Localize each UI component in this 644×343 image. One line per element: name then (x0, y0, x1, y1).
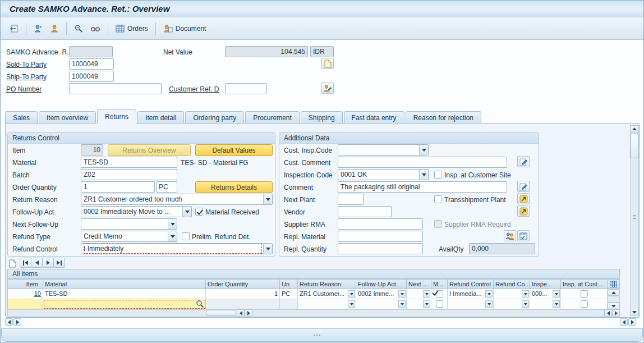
column-header-material[interactable]: Material (43, 279, 206, 289)
next-follow-up-dropdown[interactable] (81, 218, 177, 230)
prelim-refund-checkbox[interactable] (182, 232, 190, 240)
chevron-down-icon[interactable] (522, 300, 529, 308)
table-scroll-down-button[interactable] (608, 303, 620, 309)
back-button[interactable] (6, 21, 21, 36)
tab-shipping[interactable]: Shipping (301, 111, 343, 124)
chevron-down-icon[interactable] (553, 290, 560, 298)
app-scroll-left-button[interactable] (5, 318, 13, 326)
orders-button[interactable]: Orders (113, 21, 151, 36)
insp-at-cust-row-checkbox[interactable] (581, 300, 588, 308)
supplier-rma-field[interactable] (338, 218, 423, 230)
chevron-down-icon[interactable] (423, 290, 430, 298)
refund-type-dropdown[interactable]: Credit Memo (81, 231, 177, 242)
cust-comment-field[interactable] (338, 157, 507, 168)
chevron-down-icon[interactable] (419, 145, 428, 155)
chevron-down-icon[interactable] (485, 300, 493, 308)
next-plant-field[interactable] (338, 194, 364, 205)
next-item-button[interactable] (42, 258, 54, 268)
tab-ordering-party[interactable]: Ordering party (185, 111, 244, 124)
tab-item-overview[interactable]: Item overview (39, 111, 96, 124)
sales-summary-button[interactable] (88, 21, 103, 36)
column-header-m[interactable]: M... (431, 279, 448, 289)
tab-fast-data-entry[interactable]: Fast data entry (344, 111, 404, 124)
tab-procurement[interactable]: Procurement (245, 111, 300, 124)
column-header-insp-at-cust[interactable]: Insp. at Cust... (561, 279, 608, 289)
partner-edit-button[interactable] (321, 83, 334, 94)
cell-un[interactable]: PC (280, 289, 298, 299)
material-received-row-checkbox[interactable] (436, 300, 443, 308)
vendor-field[interactable] (338, 206, 392, 217)
cell-item[interactable] (7, 299, 43, 309)
column-header-next[interactable]: Next ... (407, 279, 431, 289)
insp-at-cust-row-checkbox[interactable] (581, 290, 588, 298)
chevron-down-icon[interactable] (485, 290, 493, 298)
cell-refund-control-dropdown[interactable]: I Immedia... (448, 289, 494, 299)
order-quantity-unit-field[interactable]: PC (156, 181, 177, 193)
column-header-inspe[interactable]: Inspe... (530, 279, 561, 289)
cell-follow-up-dropdown[interactable]: 0002 Imme... (356, 289, 407, 299)
cell-un[interactable] (280, 299, 298, 309)
chevron-down-icon[interactable] (398, 300, 406, 308)
cell-item[interactable]: 10 (7, 289, 43, 299)
column-header-return-reason[interactable]: Return Reason (298, 279, 356, 289)
partner-determination-button[interactable] (504, 230, 516, 241)
splitter-grip[interactable] (631, 213, 638, 221)
chevron-down-icon[interactable] (168, 219, 177, 229)
goto-vendor-button[interactable] (517, 205, 530, 217)
header-details-button[interactable] (71, 21, 86, 36)
cell-inspection-dropdown[interactable] (530, 299, 561, 309)
tab-reason-for-rejection[interactable]: Reason for rejection (406, 111, 481, 124)
table-scroll-right-end-button[interactable] (612, 309, 620, 317)
inspection-code-dropdown[interactable]: 0001 OK (338, 169, 429, 180)
column-header-follow-up[interactable]: Follow-Up Act. (356, 279, 407, 289)
comment-edit-button[interactable] (517, 181, 530, 192)
table-vscroll-track[interactable] (608, 296, 620, 303)
table-scroll-left-button[interactable] (237, 309, 245, 317)
repl-quantity-field[interactable] (338, 243, 423, 254)
material-field[interactable]: TES-SD (81, 157, 177, 168)
chevron-down-icon[interactable] (263, 194, 272, 204)
tab-returns[interactable]: Returns (97, 109, 136, 124)
follow-up-dropdown[interactable]: 0002 Immediately Move to ... (81, 206, 192, 217)
column-header-refund-control[interactable]: Refund Control (448, 279, 494, 289)
refund-control-dropdown[interactable]: I Immediately (81, 243, 273, 254)
column-header-un[interactable]: Un (280, 279, 298, 289)
panel-vscroll-thumb[interactable] (631, 134, 638, 158)
default-values-button[interactable]: Default Values (195, 144, 273, 156)
previous-item-button[interactable] (31, 258, 43, 268)
cell-material[interactable] (43, 299, 206, 309)
search-help-button[interactable] (196, 300, 204, 308)
tab-sales[interactable]: Sales (5, 111, 38, 124)
sold-to-party-button[interactable] (47, 21, 62, 36)
cell-refund-co-dropdown[interactable] (494, 289, 530, 299)
table-scroll-up-button[interactable] (608, 289, 620, 296)
app-scroll-right-end-button[interactable] (628, 318, 636, 326)
cell-return-reason-dropdown[interactable] (298, 299, 356, 309)
returns-details-button[interactable]: Returns Details (195, 181, 273, 193)
cell-next-dropdown[interactable] (407, 289, 431, 299)
chevron-down-icon[interactable] (419, 170, 428, 180)
chevron-down-icon[interactable] (348, 300, 355, 308)
item-field[interactable]: 10 (81, 144, 103, 156)
table-hscroll-track[interactable] (7, 309, 620, 317)
cell-return-reason-dropdown[interactable]: ZR1 Customer... (298, 289, 356, 299)
doc-type-field[interactable] (69, 46, 113, 57)
cust-insp-code-dropdown[interactable] (338, 144, 429, 156)
order-quantity-field[interactable]: 1 (81, 181, 155, 193)
app-scroll-right-button[interactable] (13, 318, 21, 326)
first-item-button[interactable] (20, 258, 31, 268)
cust-comment-edit-button[interactable] (517, 156, 530, 167)
column-header-item[interactable]: Item (7, 279, 43, 289)
chevron-down-icon[interactable] (522, 290, 529, 298)
table-scroll-left-end-button[interactable] (604, 309, 612, 317)
returns-overview-button[interactable]: Returns Overview (108, 144, 191, 156)
table-scroll-right-button[interactable] (245, 309, 252, 317)
chevron-down-icon[interactable] (263, 244, 272, 254)
panel-scroll-up-button[interactable] (630, 125, 639, 132)
display-partner-button[interactable] (31, 21, 45, 36)
goto-next-plant-button[interactable] (517, 193, 530, 204)
availability-check-button[interactable] (517, 230, 530, 241)
material-received-checkbox[interactable] (195, 208, 203, 216)
insp-at-customer-site-checkbox[interactable] (434, 171, 442, 179)
last-item-button[interactable] (53, 258, 65, 268)
